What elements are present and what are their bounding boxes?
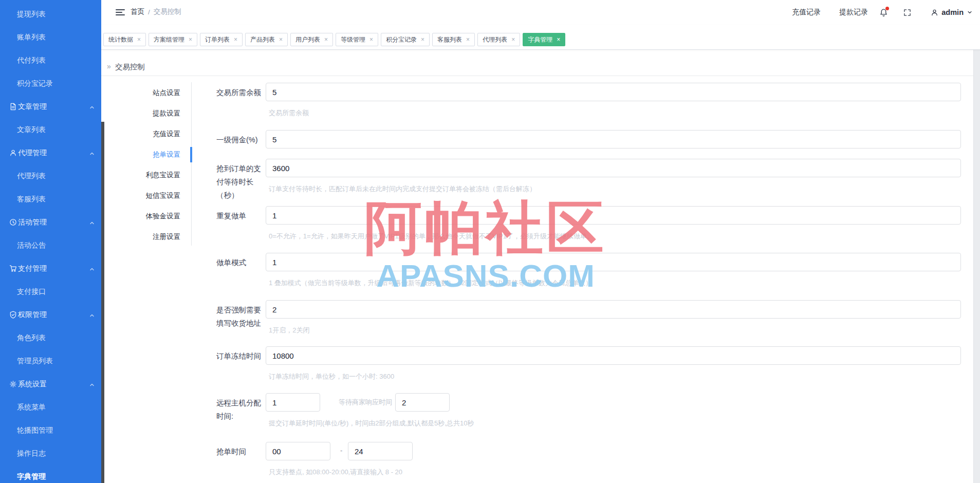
merchant-response-time-input[interactable]: [395, 393, 450, 412]
sidebar-item-label: 活动公告: [17, 241, 46, 250]
pay-wait-time-input[interactable]: [266, 159, 961, 177]
subnav-item-label: 抢单设置: [153, 151, 180, 158]
sidebar-item-label: 积分宝记录: [17, 79, 53, 88]
sidebar-item-15[interactable]: 管理员列表: [0, 349, 101, 373]
tab-close-icon[interactable]: ×: [369, 36, 373, 43]
tab-6[interactable]: 积分宝记录×: [381, 33, 430, 46]
fullscreen-icon[interactable]: [903, 9, 911, 16]
breadcrumb-home[interactable]: 首页: [131, 7, 144, 16]
sidebar-scrollbar[interactable]: [101, 122, 104, 483]
tab-close-icon[interactable]: ×: [279, 36, 283, 43]
sidebar-item-17[interactable]: 系统菜单: [0, 396, 101, 419]
subnav-item-3[interactable]: 抢单设置: [101, 144, 180, 165]
subnav-item-6[interactable]: 体验金设置: [101, 206, 180, 227]
tab-8[interactable]: 代理列表×: [477, 33, 520, 46]
form-row: 做单模式 1 叠加模式（做完当前等级单数，升级后可再做新等级的单数），2固定模式…: [216, 253, 953, 299]
open-tabs-bar: 统计数据×方案组管理×订单列表×产品列表×用户列表×等级管理×积分宝记录×客服列…: [101, 25, 980, 50]
subnav-item-4[interactable]: 利息宝设置: [101, 165, 180, 185]
grab-time-start-input[interactable]: [266, 442, 330, 460]
field-label: 抢到订单的支付等待时长（秒）: [216, 162, 264, 202]
sidebar-item-19[interactable]: 操作日志: [0, 442, 101, 465]
sidebar-item-1[interactable]: 账单列表: [0, 26, 101, 49]
tab-close-icon[interactable]: ×: [557, 36, 560, 43]
tab-3[interactable]: 产品列表×: [245, 33, 288, 46]
tab-0[interactable]: 统计数据×: [103, 33, 146, 46]
tab-7[interactable]: 客服列表×: [432, 33, 475, 46]
sidebar-item-14[interactable]: 角色列表: [0, 326, 101, 349]
subnav-item-2[interactable]: 充值设置: [101, 124, 180, 144]
shield-icon: [9, 311, 17, 319]
sidebar-item-3[interactable]: 积分宝记录: [0, 72, 101, 95]
required-balance-input[interactable]: [266, 83, 961, 101]
field-help: 订单支付等待时长，匹配订单后未在此时间内完成支付提交订单将会被冻结（需后台解冻）: [269, 184, 536, 194]
field-label: 重复做单: [216, 209, 264, 222]
subnav-active-indicator: [190, 147, 192, 162]
grab-time-end-input[interactable]: [348, 442, 413, 460]
sidebar-item-label: 文章列表: [17, 125, 46, 135]
recharge-records-link[interactable]: 充值记录: [792, 8, 821, 17]
tab-close-icon[interactable]: ×: [189, 36, 192, 43]
tab-close-icon[interactable]: ×: [511, 36, 515, 43]
person-icon: [9, 149, 17, 157]
sidebar-item-18[interactable]: 轮播图管理: [0, 419, 101, 442]
sidebar-item-label: 支付管理: [18, 264, 47, 273]
sidebar-item-11[interactable]: 支付管理: [0, 257, 101, 280]
subnav-item-0[interactable]: 站点设置: [101, 83, 180, 103]
sidebar-menu: 提现列表账单列表代付列表积分宝记录文章管理文章列表代理管理代理列表客服列表活动管…: [0, 0, 101, 483]
content-scrollbar[interactable]: [973, 50, 980, 483]
sidebar-item-6[interactable]: 代理管理: [0, 141, 101, 164]
sidebar-item-2[interactable]: 代付列表: [0, 49, 101, 72]
activity-icon: [9, 218, 17, 226]
user-menu[interactable]: admin: [931, 8, 973, 16]
repeat-order-input[interactable]: [266, 206, 961, 225]
withdraw-records-link[interactable]: 提款记录: [839, 8, 868, 17]
field-help: 交易所需余额: [269, 108, 309, 118]
force-address-input[interactable]: [266, 300, 961, 319]
sidebar-item-13[interactable]: 权限管理: [0, 303, 101, 326]
sidebar-item-4[interactable]: 文章管理: [0, 95, 101, 118]
page-title: 交易控制: [115, 62, 145, 72]
sidebar-item-20[interactable]: 字典管理: [0, 465, 101, 483]
order-mode-input[interactable]: [266, 253, 961, 271]
tab-label: 字典管理: [528, 35, 552, 44]
subnav-item-1[interactable]: 提款设置: [101, 103, 180, 124]
subnav-item-5[interactable]: 短信宝设置: [101, 185, 180, 206]
sidebar-item-10[interactable]: 活动公告: [0, 234, 101, 257]
sidebar-item-12[interactable]: 支付接口: [0, 280, 101, 303]
field-label: 订单冻结时间: [216, 349, 264, 363]
tab-label: 方案组管理: [154, 35, 184, 44]
commission-input[interactable]: [266, 130, 961, 148]
field-help: 1开启，2关闭: [269, 326, 309, 335]
tab-4[interactable]: 用户列表×: [290, 33, 333, 46]
tab-label: 订单列表: [205, 35, 230, 44]
tab-close-icon[interactable]: ×: [421, 36, 424, 43]
tab-close-icon[interactable]: ×: [466, 36, 470, 43]
subnav-item-7[interactable]: 注册设置: [101, 227, 180, 247]
notification-bell-icon[interactable]: [879, 8, 888, 17]
subnav-item-label: 提款设置: [153, 109, 180, 117]
sidebar-item-16[interactable]: 系统设置: [0, 373, 101, 396]
tab-label: 用户列表: [295, 35, 320, 44]
sidebar-item-label: 代付列表: [17, 56, 46, 65]
form-row: 远程主机分配时间: 等待商家响应时间 提交订单延时时间(单位/秒)，时间由2部分…: [216, 393, 953, 439]
sidebar-item-8[interactable]: 客服列表: [0, 188, 101, 211]
tab-close-icon[interactable]: ×: [137, 36, 141, 43]
sidebar-item-7[interactable]: 代理列表: [0, 164, 101, 188]
chevron-up-icon: [89, 266, 95, 272]
sidebar-item-5[interactable]: 文章列表: [0, 118, 101, 141]
tab-close-icon[interactable]: ×: [234, 36, 237, 43]
tab-close-icon[interactable]: ×: [324, 36, 328, 43]
tab-5[interactable]: 等级管理×: [336, 33, 378, 46]
remote-host-time-input[interactable]: [266, 393, 320, 412]
sidebar-item-0[interactable]: 提现列表: [0, 3, 101, 26]
field-help: 订单冻结时间，单位秒，如一个小时: 3600: [269, 372, 394, 381]
tab-1[interactable]: 方案组管理×: [149, 33, 197, 46]
order-freeze-time-input[interactable]: [266, 346, 961, 365]
sidebar-item-9[interactable]: 活动管理: [0, 211, 101, 234]
menu-toggle-icon[interactable]: [116, 9, 125, 16]
subnav-divider: [191, 82, 192, 246]
field-help: 只支持整点, 如08:00-20:00,请直接输入 8 - 20: [269, 468, 402, 477]
sidebar-item-label: 角色列表: [17, 333, 46, 343]
tab-9[interactable]: 字典管理×: [523, 33, 565, 46]
tab-2[interactable]: 订单列表×: [200, 33, 243, 46]
